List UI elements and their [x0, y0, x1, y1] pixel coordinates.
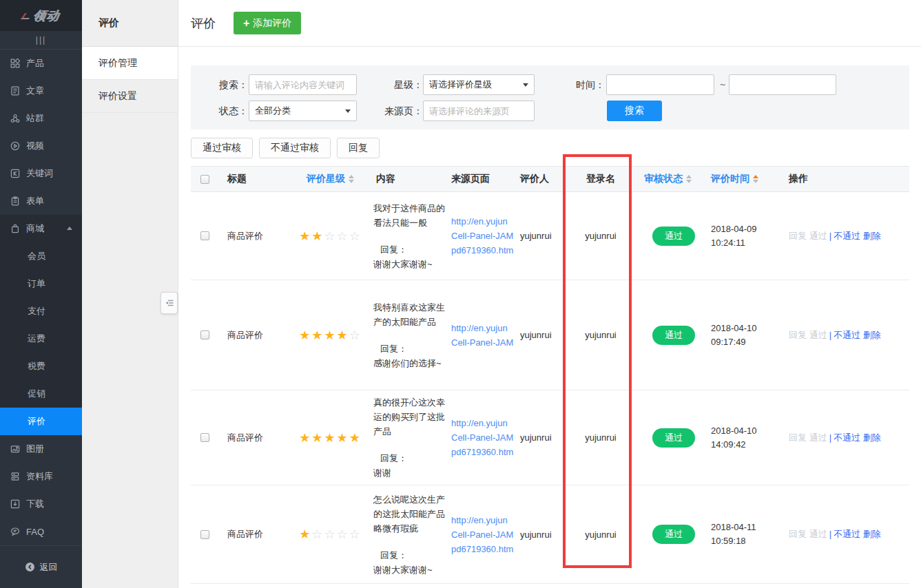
- search-input[interactable]: [249, 74, 357, 95]
- source-page-link[interactable]: http://en.yujun Cell-Panel-JAM pd6719360…: [451, 216, 513, 255]
- search-button[interactable]: 搜索: [607, 101, 662, 121]
- op-fail-link[interactable]: 不通过: [834, 432, 860, 443]
- brand-logo: 领动: [21, 8, 61, 24]
- row-checkbox[interactable]: [200, 530, 209, 539]
- login-name: yujunrui: [562, 432, 639, 443]
- status-filter-select[interactable]: 全部分类: [249, 101, 357, 121]
- header-reviewer: 评价人: [519, 173, 562, 185]
- op-fail-link[interactable]: 不通过: [834, 231, 860, 241]
- sidebar-item-download[interactable]: 下载: [0, 490, 82, 518]
- status-badge: 通过: [652, 227, 695, 246]
- op-fail-link[interactable]: 不通过: [834, 330, 860, 340]
- sidebar-item-articles[interactable]: 文章: [0, 77, 82, 105]
- reject-button[interactable]: 不通过审核: [259, 138, 331, 158]
- chevron-down-icon: [523, 83, 528, 87]
- sidebar-item-keywords[interactable]: 关键词: [0, 160, 82, 187]
- sidebar-item-faq[interactable]: FAQ: [0, 518, 82, 545]
- sidebar-subitem-payment[interactable]: 支付: [0, 297, 82, 325]
- row-checkbox[interactable]: [200, 330, 209, 339]
- op-fail-link[interactable]: 不通过: [834, 529, 860, 539]
- row-checkbox[interactable]: [200, 433, 209, 442]
- sidebar-item-videos[interactable]: 视频: [0, 132, 82, 160]
- select-all-checkbox[interactable]: [200, 175, 209, 184]
- header-title: 标题: [218, 173, 287, 185]
- reply-text: 谢谢大家谢谢~: [373, 257, 446, 271]
- approve-button[interactable]: 通过审核: [191, 138, 253, 158]
- source-page-link[interactable]: http://en.yujun Cell-Panel-JAM pd6719360…: [451, 418, 513, 457]
- sidebar-item-products[interactable]: 产品: [0, 50, 82, 77]
- time-from-input[interactable]: [606, 74, 714, 95]
- back-button[interactable]: 返回: [0, 545, 82, 588]
- sidebar-subitem-shipping[interactable]: 运费: [0, 325, 82, 353]
- table-row: 商品评价 ★★☆☆☆ 我对于这件商品的看法只能一般 回复： 谢谢大家谢谢~ ht…: [191, 192, 909, 280]
- row-checkbox[interactable]: [200, 231, 209, 240]
- source-page-link[interactable]: http://en.yujun Cell-Panel-JAM: [451, 323, 513, 348]
- time-to-input[interactable]: [729, 74, 836, 95]
- header-audit-status-sort[interactable]: 审核状态: [639, 173, 708, 185]
- header-star-rating-sort[interactable]: 评价星级: [287, 173, 373, 185]
- submenu-item-review-settings[interactable]: 评价设置: [82, 80, 178, 113]
- op-reply-link[interactable]: 回复: [789, 330, 807, 340]
- app-sidebar: 领动 ||| 产品 文章 站群 视频 关键词 表单 商城 会员 订单 支付 运费: [0, 0, 82, 588]
- op-reply-link[interactable]: 回复: [789, 432, 807, 443]
- form-icon: [10, 196, 20, 206]
- star-rating: ★★☆☆☆: [287, 229, 373, 244]
- op-delete-link[interactable]: 删除: [863, 231, 881, 241]
- main-content: 评价 + 添加评价 搜索： 星级： 请选择评价星级 时间： ~ 状态： 全部分类…: [178, 0, 921, 588]
- star-icon: ☆: [337, 229, 349, 244]
- add-review-button[interactable]: + 添加评价: [234, 12, 301, 34]
- star-icon: ★: [311, 430, 324, 445]
- sidebar-item-mall[interactable]: 商城: [0, 215, 82, 242]
- op-reply-link[interactable]: 回复: [789, 231, 807, 241]
- op-delete-link[interactable]: 删除: [863, 330, 881, 340]
- op-delete-link[interactable]: 删除: [863, 529, 881, 539]
- row-operations: 回复 通过|不通过 删除: [785, 329, 909, 342]
- op-reply-link[interactable]: 回复: [789, 529, 807, 539]
- op-pass-link[interactable]: 通过: [809, 432, 827, 443]
- status-badge: 通过: [652, 428, 695, 448]
- status-filter-label: 状态：: [219, 101, 248, 121]
- header-review-time-sort[interactable]: 评价时间: [708, 173, 785, 185]
- table-row: 商品评价 ★★★★★ 真的很开心这次幸运的购买到了这批产品 回复： 谢谢 htt…: [191, 390, 909, 485]
- star-icon: ☆: [349, 328, 362, 343]
- star-icon: ☆: [349, 229, 362, 244]
- sidebar-item-forms[interactable]: 表单: [0, 187, 82, 215]
- login-name: yujunrui: [562, 231, 639, 241]
- star-filter-select[interactable]: 请选择评价星级: [423, 74, 535, 95]
- row-operations: 回复 通过|不通过 删除: [785, 528, 909, 540]
- header-source-page: 来源页面: [451, 173, 519, 185]
- review-table: 标题 评价星级 内容 来源页面 评价人 登录名 审核状态 评价时间 操作 商品评…: [191, 166, 909, 584]
- review-content: 怎么说呢这次生产的这批太阳能产品略微有瑕疵 回复： 谢谢大家谢谢~: [373, 492, 446, 577]
- panel-collapse-button[interactable]: [161, 292, 178, 314]
- sites-icon: [10, 114, 20, 123]
- op-pass-link[interactable]: 通过: [809, 231, 827, 241]
- review-content: 我特别喜欢这家生产的太阳能产品 回复： 感谢你们的选择~: [373, 300, 446, 370]
- op-pass-link[interactable]: 通过: [809, 330, 827, 340]
- sidebar-item-album[interactable]: 图册: [0, 435, 82, 463]
- source-page-link[interactable]: http://en.yujun Cell-Panel-JAM pd6719360…: [451, 515, 513, 554]
- sidebar-subitem-promotion[interactable]: 促销: [0, 380, 82, 408]
- row-operations: 回复 通过|不通过 删除: [785, 230, 909, 242]
- sidebar-subitem-reviews-active[interactable]: 评价: [0, 408, 82, 435]
- sidebar-item-sites[interactable]: 站群: [0, 105, 82, 132]
- table-row: 商品评价 ★☆☆☆☆ 怎么说呢这次生产的这批太阳能产品略微有瑕疵 回复： 谢谢大…: [191, 485, 909, 584]
- op-pass-link[interactable]: 通过: [809, 529, 827, 539]
- reply-button[interactable]: 回复: [337, 138, 380, 158]
- sidebar-item-library[interactable]: 资料库: [0, 463, 82, 490]
- header-content: 内容: [373, 173, 451, 185]
- op-delete-link[interactable]: 删除: [863, 432, 881, 443]
- reply-text: 谢谢大家谢谢~: [373, 563, 446, 577]
- sidebar-item-label: 站群: [26, 112, 44, 125]
- table-header-row: 标题 评价星级 内容 来源页面 评价人 登录名 审核状态 评价时间 操作: [191, 166, 909, 192]
- star-icon: ★: [311, 328, 324, 343]
- logo-swoosh-icon: [21, 12, 33, 19]
- time-filter-label: 时间：: [576, 74, 605, 95]
- sidebar-subitem-members[interactable]: 会员: [0, 242, 82, 270]
- reviewer-name: yujunrui: [519, 231, 562, 241]
- sidebar-subitem-orders[interactable]: 订单: [0, 270, 82, 297]
- sidebar-collapse-toggle[interactable]: |||: [0, 31, 82, 50]
- star-icon: ★: [324, 430, 336, 445]
- sidebar-subitem-tax[interactable]: 税费: [0, 353, 82, 380]
- source-page-input[interactable]: [423, 101, 535, 121]
- submenu-item-review-management[interactable]: 评价管理: [82, 47, 178, 80]
